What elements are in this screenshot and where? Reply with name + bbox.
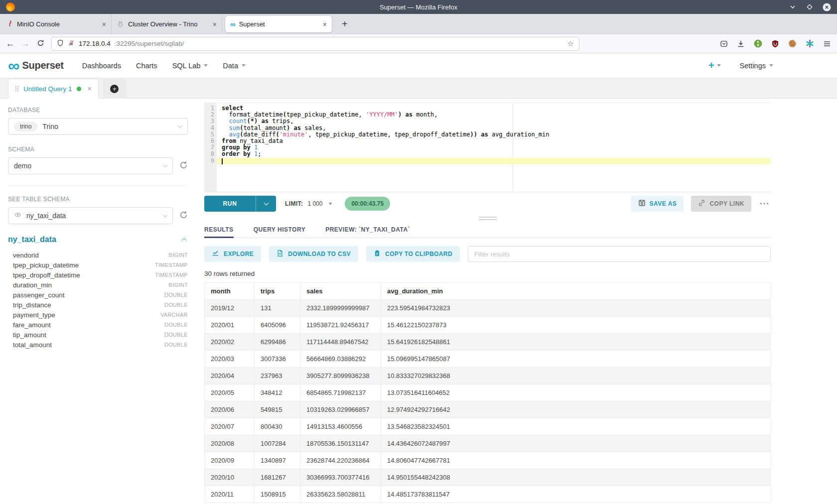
pane-resize-handle[interactable]	[204, 215, 771, 221]
column-header[interactable]: sales	[300, 283, 381, 300]
cookie-extension-icon[interactable]	[788, 39, 797, 48]
code-line[interactable]: from ny_taxi_data	[217, 138, 771, 144]
database-backend-tag: trino	[14, 122, 37, 131]
limit-value: 1 000	[307, 200, 322, 207]
results-header-row: monthtripssalesavg_duration_min	[205, 283, 771, 300]
table-row: 2020/053484126854865.71998213713.0735164…	[205, 384, 771, 401]
database-select[interactable]: trino Trino	[8, 118, 188, 135]
window-close-button[interactable]	[823, 3, 831, 11]
url-host: 172.18.0.4	[79, 40, 111, 47]
run-options-button[interactable]	[256, 196, 276, 212]
column-header[interactable]: month	[205, 283, 255, 300]
tab-close-icon[interactable]: ×	[323, 20, 327, 28]
ublock-origin-icon[interactable]	[771, 40, 779, 48]
drag-handle-icon[interactable]	[15, 86, 19, 92]
sql-workpane: 123456789 select format_datetime(tpep_pi…	[204, 99, 771, 504]
pocket-icon[interactable]	[720, 40, 728, 48]
settings-menu[interactable]: Settings	[740, 62, 773, 70]
query-tab-active[interactable]: Untitled Query 1 ×	[8, 79, 99, 99]
bookmark-star-icon[interactable]: ☆	[567, 39, 574, 48]
hamburger-menu-icon[interactable]	[823, 40, 831, 48]
download-csv-button[interactable]: DOWNLOAD TO CSV	[269, 246, 358, 262]
copy-clipboard-button[interactable]: COPY TO CLIPBOARD	[366, 246, 460, 262]
nav-item-dashboards[interactable]: Dashboards	[75, 53, 129, 78]
nav-item-charts[interactable]: Charts	[129, 53, 165, 78]
table-schema-title[interactable]: ny_taxi_data	[8, 235, 56, 244]
downloads-icon[interactable]	[737, 40, 745, 48]
chevron-down-icon	[264, 201, 269, 206]
nav-item-data[interactable]: Data	[215, 53, 253, 78]
code-line[interactable]: format_datetime(tpep_pickup_datetime, 'Y…	[217, 112, 771, 118]
extension-asterisk-icon[interactable]	[806, 39, 814, 48]
new-item-button[interactable]: +	[708, 60, 721, 71]
run-button[interactable]: RUN	[204, 196, 256, 212]
browser-tab-trino[interactable]: Cluster Overview - Trino ×	[112, 14, 222, 34]
column-type: DOUBLE	[164, 332, 188, 338]
reload-button[interactable]	[37, 39, 44, 48]
tab-results[interactable]: RESULTS	[204, 221, 234, 238]
code-line[interactable]: group by 1	[217, 144, 771, 151]
schema-select[interactable]: demo	[8, 157, 173, 174]
browser-titlebar: Superset — Mozilla Firefox	[0, 0, 837, 14]
database-select-value: Trino	[42, 123, 58, 130]
table-select[interactable]: ny_taxi_data	[8, 207, 173, 224]
code-line[interactable]: avg(date_diff('minute', tpep_pickup_date…	[217, 131, 771, 138]
shield-icon[interactable]	[57, 39, 64, 48]
minio-icon	[6, 20, 13, 29]
query-tab-close-icon[interactable]: ×	[88, 85, 92, 93]
table-row: 2020/09134089723628744.22023686414.80604…	[205, 452, 771, 469]
sql-editor[interactable]: 123456789 select format_datetime(tpep_pi…	[204, 103, 771, 192]
explore-button[interactable]: EXPLORE	[204, 246, 261, 262]
refresh-schemas-icon[interactable]	[179, 161, 188, 171]
window-minimize-button[interactable]	[789, 3, 797, 11]
table-columns-list: vendorid BIGINT tpep_pickup_datetime TIM…	[8, 250, 188, 350]
insecure-lock-icon[interactable]	[68, 39, 75, 48]
chart-icon	[212, 250, 219, 258]
code-line[interactable]	[217, 158, 771, 164]
column-header[interactable]: trips	[255, 283, 300, 300]
chevron-down-icon	[178, 123, 183, 128]
superset-logo[interactable]: ∞ Superset	[8, 60, 64, 71]
limit-dropdown[interactable]: LIMIT: 1 000	[285, 200, 332, 207]
collapse-table-icon[interactable]	[182, 235, 186, 244]
window-title: Superset — Mozilla Firefox	[0, 3, 837, 11]
screen: Superset — Mozilla Firefox MinIO Console…	[0, 0, 837, 504]
add-query-tab[interactable]: +	[104, 79, 126, 99]
column-type: DOUBLE	[164, 292, 188, 298]
schema-label: SCHEMA	[8, 146, 188, 153]
table-row: 2019/121312332.1899999999987223.59541984…	[205, 300, 771, 317]
browser-tab-superset[interactable]: ∞ Superset ×	[225, 16, 332, 32]
table-column-row: vendorid BIGINT	[8, 250, 188, 260]
code-line[interactable]: order by 1;	[217, 151, 771, 157]
query-timer-badge: 00:00:43.75	[345, 197, 390, 211]
back-button[interactable]: ←	[6, 39, 14, 48]
copy-link-button[interactable]: COPY LINK	[691, 196, 751, 212]
privacy-badger-icon[interactable]	[754, 39, 762, 48]
browser-tabbar: MinIO Console × Cluster Overview - Trino…	[0, 14, 837, 34]
nav-item-sql-lab[interactable]: SQL Lab	[165, 53, 216, 78]
chevron-down-icon	[329, 203, 332, 205]
new-tab-button[interactable]: +	[342, 18, 348, 30]
more-options-button[interactable]: ···	[759, 199, 771, 209]
chevron-down-icon	[163, 212, 168, 217]
table-row: 2020/11150891526335623.5802881114.485173…	[205, 486, 771, 503]
sql-editor-lines[interactable]: select format_datetime(tpep_pickup_datet…	[217, 103, 771, 192]
schema-select-value: demo	[14, 162, 31, 170]
browser-extension-icons	[720, 39, 831, 48]
browser-tab-minio[interactable]: MinIO Console ×	[1, 14, 112, 34]
refresh-tables-icon[interactable]	[179, 211, 188, 221]
tab-close-icon[interactable]: ×	[102, 20, 106, 28]
filter-results-input[interactable]	[468, 246, 771, 262]
tab-close-icon[interactable]: ×	[213, 20, 217, 28]
column-type: BIGINT	[169, 282, 188, 288]
column-header[interactable]: avg_duration_min	[381, 283, 771, 300]
window-maximize-button[interactable]	[806, 3, 814, 11]
chevron-down-icon	[242, 64, 246, 67]
tab-query-history[interactable]: QUERY HISTORY	[254, 221, 306, 238]
tab-preview-table[interactable]: PREVIEW: `NY_TAXI_DATA`	[325, 221, 410, 238]
save-as-button[interactable]: SAVE AS	[631, 196, 684, 212]
column-name: vendorid	[13, 252, 39, 259]
column-type: DOUBLE	[164, 322, 188, 328]
url-bar[interactable]: 172.18.0.4:32295/superset/sqllab/ ☆	[51, 37, 579, 51]
superset-tab-icon: ∞	[230, 20, 235, 28]
